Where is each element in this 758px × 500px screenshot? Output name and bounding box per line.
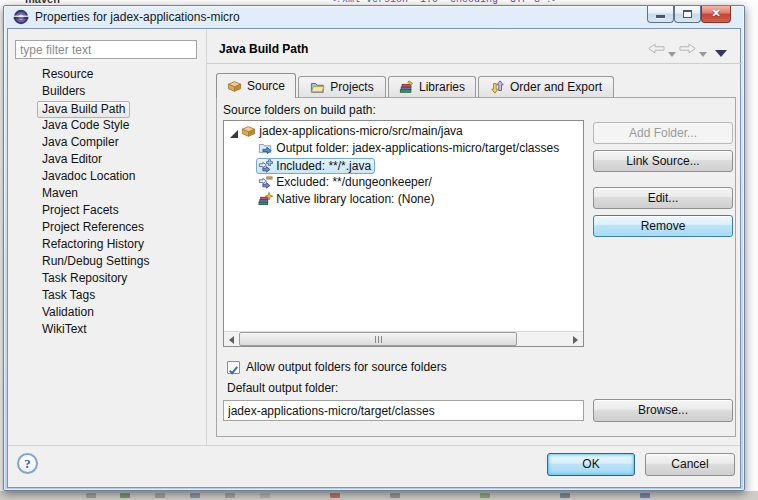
properties-dialog: Properties for jadex-applications-micro … <box>3 5 745 491</box>
add-folder-button[interactable]: Add Folder... <box>593 122 733 144</box>
tree-root-row[interactable]: jadex-applications-micro/src/main/java <box>224 124 583 141</box>
filter-input[interactable] <box>15 40 197 59</box>
taskbar-icon-chip <box>330 493 340 498</box>
sidebar-item-run-debug-settings[interactable]: Run/Debug Settings <box>8 254 204 271</box>
tab-source[interactable]: Source <box>216 73 296 98</box>
tree-item-output-folder[interactable]: Output folder: jadex-applications-micro/… <box>224 141 583 158</box>
sidebar-item-resource[interactable]: Resource <box>8 67 204 84</box>
tab-projects[interactable]: Projects <box>298 76 386 97</box>
h-scrollbar[interactable] <box>224 331 583 346</box>
tab-order-and-export[interactable]: Order and Export <box>478 76 614 97</box>
back-arrow-icon <box>648 43 665 54</box>
order-export-arrows-icon <box>490 80 505 94</box>
scrollbar-left-arrow[interactable] <box>224 332 239 346</box>
taskbar-icon-chip <box>480 493 490 498</box>
taskbar-icon-chip <box>225 493 235 498</box>
default-output-input[interactable] <box>223 400 584 421</box>
tree-item-native-library[interactable]: Native library location: (None) <box>224 192 583 209</box>
package-icon <box>227 79 242 93</box>
remove-button[interactable]: Remove <box>593 215 733 237</box>
nav-forward-button[interactable] <box>679 43 696 60</box>
taskbar-icon-chip <box>260 493 270 498</box>
inclusion-filter-icon <box>258 159 273 173</box>
sidebar-item-task-tags[interactable]: Task Tags <box>8 288 204 305</box>
scrollbar-thumb[interactable] <box>239 332 517 346</box>
default-output-label: Default output folder: <box>227 381 338 395</box>
sidebar-item-javadoc-location[interactable]: Javadoc Location <box>8 169 204 186</box>
eclipse-icon <box>13 9 29 25</box>
sidebar-item-validation[interactable]: Validation <box>8 305 204 322</box>
window-controls: ✕ <box>647 6 731 23</box>
history-navbar <box>648 43 740 55</box>
taskbar-icon-chip <box>155 493 165 498</box>
source-folders-tree[interactable]: jadex-applications-micro/src/main/java O… <box>223 120 584 347</box>
sidebar-item-java-build-path[interactable]: Java Build Path <box>8 101 204 118</box>
dialog-footer: ? OK Cancel <box>8 445 740 487</box>
taskbar-icon-chip <box>640 493 650 498</box>
expand-arrow-icon[interactable] <box>230 130 238 138</box>
folder-open-icon <box>310 80 325 94</box>
background-taskbar-sliver <box>0 491 758 500</box>
allow-output-checkbox[interactable] <box>227 361 240 374</box>
scrollbar-right-arrow[interactable] <box>568 332 583 346</box>
sidebar-item-java-editor[interactable]: Java Editor <box>8 152 204 169</box>
window-title: Properties for jadex-applications-micro <box>35 10 240 24</box>
sidebar-item-java-compiler[interactable]: Java Compiler <box>8 135 204 152</box>
close-button[interactable]: ✕ <box>701 6 731 23</box>
sidebar-item-java-code-style[interactable]: Java Code Style <box>8 118 204 135</box>
minimize-button[interactable] <box>647 6 674 23</box>
link-source-button[interactable]: Link Source... <box>593 150 733 172</box>
sidebar-item-project-facets[interactable]: Project Facets <box>8 203 204 220</box>
source-folders-label: Source folders on build path: <box>223 103 376 117</box>
scrollbar-grip-icon <box>378 336 379 343</box>
taskbar-icon-chip <box>86 493 96 498</box>
tree-item-excluded[interactable]: Excluded: **/dungeonkeeper/ <box>224 175 583 192</box>
view-menu-icon[interactable] <box>715 50 727 57</box>
dialog-titlebar[interactable]: Properties for jadex-applications-micro … <box>4 6 744 28</box>
close-icon: ✕ <box>702 7 730 20</box>
dialog-body: Resource Builders Java Build Path Java C… <box>7 28 741 488</box>
native-library-icon <box>258 192 273 206</box>
source-tab-page: Source folders on build path: jadex-appl… <box>216 97 736 437</box>
sidebar-divider <box>206 29 207 445</box>
allow-output-label[interactable]: Allow output folders for source folders <box>246 360 447 374</box>
sidebar-item-maven[interactable]: Maven <box>8 186 204 203</box>
sidebar-item-refactoring-history[interactable]: Refactoring History <box>8 237 204 254</box>
browse-button[interactable]: Browse... <box>593 399 733 422</box>
edit-button[interactable]: Edit... <box>593 187 733 209</box>
forward-arrow-icon <box>679 43 696 54</box>
back-dropdown-icon[interactable] <box>668 52 676 57</box>
page-title: Java Build Path <box>219 42 308 56</box>
maximize-button[interactable] <box>674 6 701 23</box>
taskbar-icon-chip <box>560 493 570 498</box>
maximize-icon <box>683 10 692 18</box>
help-button[interactable]: ? <box>17 453 38 474</box>
tree-selection-box: Included: **/*.java <box>256 158 375 174</box>
taskbar-icon-chip <box>120 493 130 498</box>
screen: maven <?xml version="1.0" encoding="UTF-… <box>0 0 758 500</box>
sidebar-item-builders[interactable]: Builders <box>8 84 204 101</box>
minimize-icon <box>656 15 665 18</box>
sidebar-item-project-references[interactable]: Project References <box>8 220 204 237</box>
cancel-button[interactable]: Cancel <box>645 453 735 476</box>
sidebar-item-wikitext[interactable]: WikiText <box>8 322 204 339</box>
sidebar-item-task-repository[interactable]: Task Repository <box>8 271 204 288</box>
library-books-icon <box>399 80 414 94</box>
forward-dropdown-icon[interactable] <box>699 52 707 57</box>
tab-libraries[interactable]: Libraries <box>388 76 476 97</box>
nav-back-button[interactable] <box>648 43 665 60</box>
ok-button[interactable]: OK <box>547 453 635 476</box>
checkmark-icon <box>228 365 239 376</box>
header-divider <box>207 63 742 64</box>
tree-item-included[interactable]: Included: **/*.java <box>224 158 583 175</box>
output-folder-icon <box>258 141 273 155</box>
package-icon <box>241 124 256 138</box>
taskbar-icon-chip <box>390 493 400 498</box>
exclusion-filter-icon <box>258 175 273 189</box>
taskbar-icon-chip <box>190 493 200 498</box>
